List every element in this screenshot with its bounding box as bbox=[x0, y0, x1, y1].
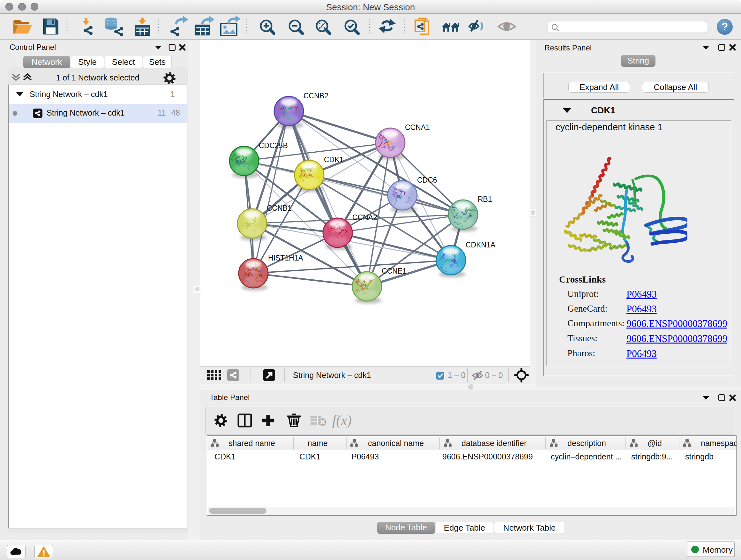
svg-text:CDK1: CDK1 bbox=[324, 155, 343, 164]
svg-text:description: description bbox=[567, 439, 606, 448]
svg-text:namespace: namespace bbox=[701, 439, 737, 448]
svg-text:CDKN1A: CDKN1A bbox=[466, 241, 495, 249]
svg-text:name: name bbox=[308, 439, 328, 448]
svg-text:CCNA2: CCNA2 bbox=[352, 213, 377, 222]
svg-text:CCNE1: CCNE1 bbox=[382, 267, 407, 275]
svg-text:shared name: shared name bbox=[228, 439, 275, 448]
svg-text:CCNA1: CCNA1 bbox=[405, 123, 430, 132]
svg-text:@id: @id bbox=[648, 439, 662, 448]
svg-text:HIST1H1A: HIST1H1A bbox=[268, 254, 304, 262]
svg-text:canonical name: canonical name bbox=[368, 439, 424, 448]
svg-text:database identifier: database identifier bbox=[461, 439, 527, 448]
svg-text:?: ? bbox=[722, 20, 728, 33]
svg-text:RB1: RB1 bbox=[478, 195, 492, 203]
svg-text:CDC6: CDC6 bbox=[417, 176, 437, 184]
svg-text:f(x): f(x) bbox=[332, 413, 352, 428]
svg-text:CDC25B: CDC25B bbox=[259, 141, 288, 150]
svg-text:CCNB1: CCNB1 bbox=[267, 204, 292, 212]
svg-text:CCNB2: CCNB2 bbox=[304, 91, 328, 100]
